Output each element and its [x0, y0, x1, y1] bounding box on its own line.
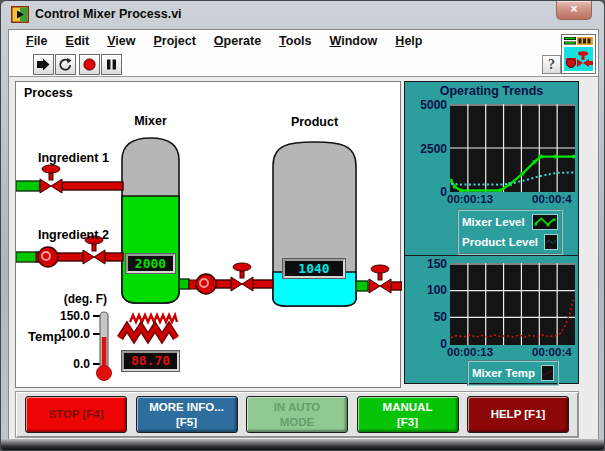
temp-chart	[450, 263, 575, 345]
transfer-pump[interactable]	[196, 274, 216, 294]
thermometer	[93, 312, 112, 381]
manual-button-label2: [F3]	[397, 415, 418, 429]
window-frame-bottom	[1, 439, 604, 450]
toolbar: ?	[9, 52, 598, 77]
product-tank-label: Product	[272, 115, 357, 129]
temp-units-label: (deg. F)	[51, 292, 107, 306]
legend-row-mixer-temp[interactable]: Mixer Temp	[472, 363, 554, 383]
title-bar[interactable]: Control Mixer Process.vi ×	[1, 1, 604, 29]
mixer-temp-display: 88.70	[122, 351, 179, 371]
run-button[interactable]	[33, 54, 54, 75]
temp-scale-0: 0.0	[44, 357, 90, 371]
heater-coils-icon	[120, 315, 177, 338]
operating-trends-panel: Operating Trends 5000 2500 0 00:00:13 00…	[404, 81, 579, 256]
labview-app-icon	[11, 6, 29, 23]
manual-button-label: MANUAL	[383, 400, 433, 414]
product-tank	[273, 142, 356, 306]
menu-help[interactable]: Help	[386, 34, 431, 48]
operating-trends-title: Operating Trends	[405, 84, 578, 98]
temp-legend: Mixer Temp	[467, 360, 559, 386]
more-info-button-label2: [F5]	[176, 415, 197, 429]
abort-button[interactable]	[79, 54, 100, 75]
legend-row-product-level[interactable]: Product Level	[462, 232, 558, 252]
in-auto-mode-label2: MODE	[280, 415, 315, 429]
more-info-button[interactable]: MORE INFO... [F5]	[136, 396, 238, 433]
chart2-ytick-0: 0	[407, 337, 447, 351]
chart1-ytick-0: 0	[407, 185, 447, 199]
menu-bar: File Edit View Project Operate Tools Win…	[9, 30, 598, 52]
legend-row-mixer-level[interactable]: Mixer Level	[462, 212, 558, 232]
menu-project[interactable]: Project	[144, 34, 204, 48]
transfer-valve[interactable]	[231, 263, 253, 291]
action-button-bar: STOP [F4] MORE INFO... [F5] IN AUTO MODE…	[15, 391, 579, 438]
chart2-xtick-end: 00:00:4	[532, 346, 578, 358]
menu-tools[interactable]: Tools	[270, 34, 320, 48]
help-button[interactable]: HELP [F1]	[467, 396, 569, 433]
in-auto-mode-label: IN AUTO	[274, 400, 321, 414]
chart1-xtick-start: 00:00:13	[447, 193, 493, 205]
product-level-legend-label: Product Level	[462, 236, 538, 248]
stop-button[interactable]: STOP [F4]	[25, 396, 127, 433]
ingredient1-pipe	[16, 181, 123, 191]
help-button-label: HELP [F1]	[491, 407, 546, 421]
context-help-button[interactable]: ?	[542, 55, 561, 74]
temp-label: Temp.	[28, 329, 65, 344]
labview-window: Control Mixer Process.vi × File Edit Vie…	[0, 0, 605, 451]
product-level-display: 1040	[283, 259, 345, 278]
ingredient2-pipe	[16, 252, 123, 262]
stop-button-label: STOP [F4]	[48, 407, 103, 421]
mixer-level-display: 2000	[126, 254, 175, 273]
product-valve[interactable]	[369, 265, 391, 293]
pause-icon	[104, 57, 119, 72]
ingredient1-label: Ingredient 1	[38, 151, 109, 165]
levels-legend: Mixer Level Product Level	[457, 209, 563, 255]
menu-operate[interactable]: Operate	[205, 34, 270, 48]
menu-edit[interactable]: Edit	[57, 34, 99, 48]
mixer-level-legend-label: Mixer Level	[462, 216, 525, 228]
menu-file[interactable]: File	[17, 34, 57, 48]
product-level-legend-sample-icon	[544, 234, 558, 250]
chart1-xtick-end: 00:00:4	[532, 193, 578, 205]
pause-button[interactable]	[101, 54, 122, 75]
chart2-xtick-start: 00:00:13	[447, 346, 493, 358]
mixer-tank	[122, 138, 179, 303]
abort-icon	[82, 57, 97, 72]
menu-window[interactable]: Window	[321, 34, 387, 48]
more-info-button-label: MORE INFO...	[149, 400, 224, 414]
run-continuously-icon	[58, 57, 73, 72]
window-title: Control Mixer Process.vi	[35, 1, 182, 29]
vi-content: File Edit View Project Operate Tools Win…	[8, 29, 599, 441]
mixer-temp-trend-panel: 150 100 50 0 00:00:13 00:00:4 Mixer Temp	[404, 256, 579, 384]
manual-button[interactable]: MANUAL [F3]	[357, 396, 459, 433]
menu-view[interactable]: View	[98, 34, 144, 48]
process-label: Process	[24, 86, 73, 100]
transfer-pipe	[179, 279, 273, 289]
front-panel: Process Mixer Product Ingredient 1 Ingre…	[9, 77, 598, 440]
chart2-ytick-100: 100	[407, 283, 447, 297]
mixer-tank-label: Mixer	[108, 114, 193, 128]
chart1-ytick-5000: 5000	[407, 98, 447, 112]
temp-scale-150: 150.0	[44, 309, 90, 323]
ingredient2-pump[interactable]	[36, 247, 58, 267]
mixer-temp-legend-sample-icon	[541, 365, 554, 381]
vi-icon	[561, 34, 596, 74]
process-panel: Process Mixer Product Ingredient 1 Ingre…	[15, 81, 401, 388]
ingredient1-valve[interactable]	[40, 165, 62, 193]
run-arrow-icon	[36, 57, 51, 72]
mixer-temp-legend-label: Mixer Temp	[472, 367, 535, 379]
chart2-ytick-50: 50	[407, 310, 447, 324]
in-auto-mode-indicator[interactable]: IN AUTO MODE	[246, 396, 348, 433]
levels-chart	[450, 104, 575, 192]
run-continuously-button[interactable]	[55, 54, 76, 75]
chart1-ytick-2500: 2500	[407, 142, 447, 156]
ingredient2-label: Ingredient 2	[38, 228, 109, 242]
close-button[interactable]: ×	[556, 1, 592, 20]
mixer-level-legend-sample-icon	[532, 214, 558, 230]
chart2-ytick-150: 150	[407, 257, 447, 271]
